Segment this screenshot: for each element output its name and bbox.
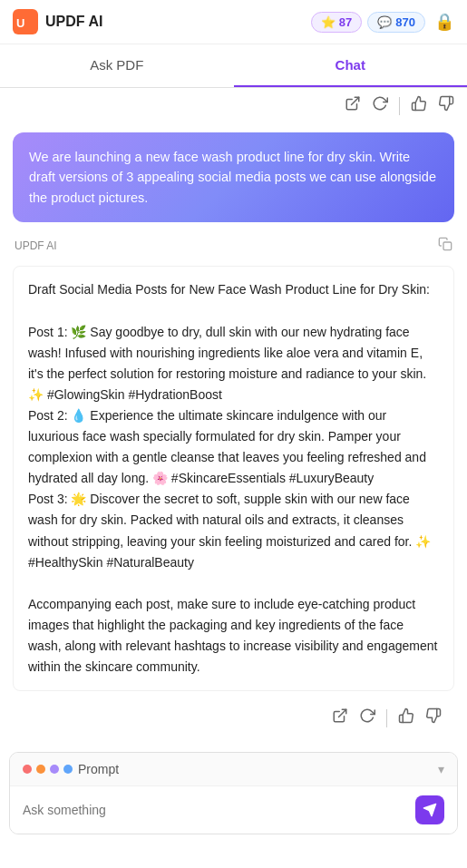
ai-response: Draft Social Media Posts for New Face Wa…: [13, 266, 454, 691]
svg-rect-3: [443, 242, 452, 250]
dot-purple: [50, 765, 59, 774]
chevron-down-icon[interactable]: ▾: [438, 762, 444, 776]
dot-red: [23, 765, 32, 774]
ai-post3-text: Discover the secret to soft, supple skin…: [28, 492, 431, 569]
badge-area: ⭐ 87 💬 870 🔒: [311, 12, 454, 33]
bottom-thumbdown-icon[interactable]: [425, 707, 442, 728]
ai-post1-number: Post 1:: [28, 325, 71, 339]
refresh-icon[interactable]: [372, 95, 388, 116]
prompt-header[interactable]: Prompt ▾: [10, 753, 457, 786]
user-message: We are launching a new face wash product…: [13, 132, 454, 222]
top-toolbar: [0, 88, 467, 123]
bottom-external-icon[interactable]: [332, 707, 348, 728]
ai-post3-number: Post 3:: [28, 492, 71, 506]
external-link-icon[interactable]: [345, 95, 361, 116]
ai-response-title: Draft Social Media Posts for New Face Wa…: [28, 282, 430, 297]
toolbar-divider: [399, 97, 400, 115]
tab-bar: Ask PDF Chat: [0, 44, 467, 88]
msg-icon: 💬: [377, 15, 392, 29]
prompt-label: Prompt: [78, 762, 119, 776]
copy-icon[interactable]: [438, 237, 452, 255]
prompt-bar: Prompt ▾: [9, 752, 458, 834]
bottom-divider: [386, 709, 387, 727]
thumbup-icon[interactable]: [411, 95, 427, 116]
prompt-header-left: Prompt: [23, 762, 119, 776]
send-button[interactable]: [415, 795, 444, 824]
ai-post1-emoji: 🌿: [71, 325, 86, 339]
star-count: 87: [339, 15, 352, 29]
ai-post2-emoji: 💧: [71, 408, 86, 423]
lock-icon: 🔒: [434, 12, 454, 32]
msg-badge[interactable]: 💬 870: [367, 12, 425, 33]
ai-response-footer: Accompanying each post, make sure to inc…: [28, 597, 437, 674]
tab-chat[interactable]: Chat: [234, 44, 468, 87]
bottom-refresh-icon[interactable]: [359, 707, 375, 728]
thumbdown-icon[interactable]: [438, 95, 454, 116]
bottom-thumbup-icon[interactable]: [398, 707, 414, 728]
app-title: UPDF AI: [45, 14, 102, 30]
ai-post3-emoji: 🌟: [71, 492, 86, 506]
dot-orange: [36, 765, 45, 774]
svg-text:U: U: [16, 16, 24, 30]
logo-area: U UPDF AI: [13, 9, 102, 34]
app-header: U UPDF AI ⭐ 87 💬 870 🔒: [0, 0, 467, 44]
msg-count: 870: [395, 15, 415, 29]
prompt-input[interactable]: [23, 803, 408, 817]
star-badge[interactable]: ⭐ 87: [311, 12, 362, 33]
chat-area: We are launching a new face wash product…: [0, 123, 467, 745]
star-icon: ⭐: [321, 15, 336, 29]
prompt-input-row: [10, 786, 457, 834]
dot-blue: [63, 765, 73, 774]
ai-label-text: UPDF AI: [15, 239, 57, 252]
bottom-toolbar: [13, 700, 454, 736]
ai-post2-number: Post 2:: [28, 408, 71, 423]
tab-ask-pdf[interactable]: Ask PDF: [0, 44, 234, 87]
ai-label-row: UPDF AI: [13, 231, 454, 257]
ai-post1-text: Say goodbye to dry, dull skin with our n…: [28, 325, 426, 402]
logo-icon: U: [13, 9, 38, 34]
svg-line-4: [339, 709, 346, 717]
ai-post2-text: Experience the ultimate skincare indulge…: [28, 408, 426, 485]
svg-line-2: [352, 97, 359, 104]
prompt-dots: [23, 765, 73, 774]
